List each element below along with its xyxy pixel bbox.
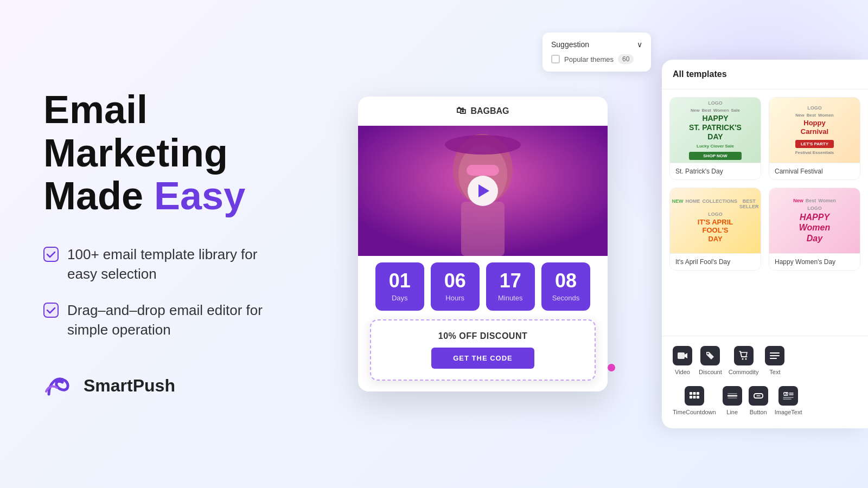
suggestion-header: Suggestion ∨ [551,40,642,49]
hours-label: Hours [442,294,469,302]
video-icon-svg [677,350,688,361]
template-card-stpatricks[interactable]: LOGO NewBestWomenSale HAPPYST. PATRICK'S… [669,97,761,180]
widget-button[interactable]: Button [745,381,771,421]
brand-logo: SmartPush [43,373,271,400]
suggestion-title: Suggestion [551,40,589,49]
discount-title: 10% OFF DISCOUNT [382,331,584,341]
text-icon-svg [769,350,780,361]
dot-connector [608,364,615,371]
popular-themes-checkbox[interactable] [551,55,560,63]
carnival-title: HoppyCarnival [795,119,834,136]
svg-rect-21 [697,396,699,399]
line-icon-svg [727,390,738,401]
templates-panel-inner: All templates LOGO NewBestWomenSale HAPP… [662,60,868,428]
carnival-content: LOGO NewBestWomen HoppyCarnival LET'S PA… [795,105,834,155]
countdown-icon [685,386,704,406]
imagetext-icon [778,386,798,406]
template-thumb-stpatricks: LOGO NewBestWomenSale HAPPYST. PATRICK'S… [670,98,761,163]
feature-text-2: Drag–and–drop email editor for simple op… [67,300,271,340]
email-header: 🛍 BAGBAG [358,97,608,126]
discount-icon [700,346,720,365]
minutes-value: 17 [497,271,524,291]
imagetext-icon-svg [783,390,794,401]
left-content-section: Email Marketing Made Easy 100+ email tem… [0,56,315,432]
widget-button-label: Button [750,409,767,415]
svg-point-11 [742,358,743,360]
carnival-sub: Festival Essentials [795,150,834,155]
templates-scroll-area[interactable]: LOGO NewBestWomenSale HAPPYST. PATRICK'S… [662,89,868,336]
svg-marker-9 [685,353,687,358]
template-card-womensday[interactable]: NewBestWomen LOGO HAPPYWomenDay Happy Wo… [769,188,860,271]
suggestion-panel: Suggestion ∨ Popular themes 60 [542,33,651,72]
svg-rect-20 [693,396,695,399]
countdown-container: 01 Days 06 Hours 17 Minutes 08 Seconds 1… [358,256,608,391]
carnival-logo: LOGO [795,105,834,111]
svg-rect-7 [461,202,505,256]
svg-point-6 [445,135,521,155]
templates-panel-header: All templates [662,60,868,89]
svg-rect-18 [697,392,699,395]
svg-rect-8 [678,352,685,359]
text-icon [765,346,784,365]
seconds-label: Seconds [552,294,580,302]
commodity-icon-svg [738,350,749,361]
stpatricks-content: LOGO NewBestWomenSale HAPPYST. PATRICK'S… [689,100,742,159]
aprilfool-content: NEWHOMECOLLECTIONSBEST SELLER LOGO IT'S … [672,198,759,243]
svg-rect-5 [467,165,499,176]
widget-line[interactable]: Line [719,381,745,421]
carnival-btn: LET'S PARTY [795,140,834,148]
stpatricks-nav: NewBestWomenSale [689,108,742,113]
widget-row-2: TimeCountdown Line [669,381,860,421]
widget-commodity[interactable]: Commodity [725,341,762,381]
countdown-seconds: 08 Seconds [541,262,591,311]
stpatricks-sub: Lucky Clover Sale [689,144,742,149]
brand-name-header: BAGBAG [470,106,509,116]
video-icon [673,346,692,365]
hero-title: Email Marketing Made Easy [43,88,271,217]
templates-panel: All templates LOGO NewBestWomenSale HAPP… [662,60,868,428]
stpatricks-title: HAPPYST. PATRICK'SDAY [689,114,742,141]
smartpush-logo-icon [43,373,76,400]
widget-video-label: Video [675,369,690,375]
womensday-content: NewBestWomen LOGO HAPPYWomenDay [793,198,835,243]
hero-title-line2-static: Made [43,174,154,217]
feature-item-2: Drag–and–drop email editor for simple op… [43,300,271,340]
suggestion-chevron-icon: ∨ [637,40,642,49]
play-button[interactable] [468,176,498,206]
discount-card: 10% OFF DISCOUNT GET THE CODE [370,319,596,381]
toggle-badge: 60 [618,54,634,64]
popular-themes-label: Popular themes [564,55,614,63]
carnival-nav: NewBestWomen [795,113,834,118]
email-preview-card: 🛍 BAGBAG [358,97,608,391]
days-label: Days [386,294,413,302]
svg-point-12 [745,358,746,360]
suggestion-option[interactable]: Popular themes 60 [551,54,642,64]
template-name-carnival: Carnival Festival [769,163,860,179]
svg-point-10 [707,353,709,355]
template-name-womensday: Happy Women's Day [769,253,860,270]
widget-discount[interactable]: Discount [695,341,725,381]
countdown-hours: 06 Hours [431,262,480,311]
template-card-aprilfool[interactable]: NEWHOMECOLLECTIONSBEST SELLER LOGO IT'S … [669,188,761,271]
days-value: 01 [386,271,413,291]
seconds-value: 08 [552,271,580,291]
bag-icon: 🛍 [456,105,466,117]
widget-text[interactable]: Text [762,341,788,381]
widget-text-label: Text [769,369,780,375]
line-icon [723,386,742,406]
brand-name: SmartPush [84,376,175,396]
widgets-section: Video Discount [662,336,868,428]
widget-video[interactable]: Video [669,341,695,381]
hero-title-highlight: Easy [154,174,245,217]
countdown-icon-svg [689,390,700,401]
get-code-button[interactable]: GET THE CODE [431,348,534,369]
discount-icon-svg [705,350,716,361]
feature-list: 100+ email template library for easy sel… [43,245,271,340]
template-card-carnival[interactable]: LOGO NewBestWomen HoppyCarnival LET'S PA… [769,97,860,180]
play-triangle-icon [478,184,489,197]
aprilfool-logo: LOGO [672,211,759,217]
widget-imagetext[interactable]: ImageText [771,381,806,421]
template-thumb-carnival: LOGO NewBestWomen HoppyCarnival LET'S PA… [769,98,860,163]
widget-line-label: Line [726,409,738,415]
widget-countdown[interactable]: TimeCountdown [669,381,719,421]
